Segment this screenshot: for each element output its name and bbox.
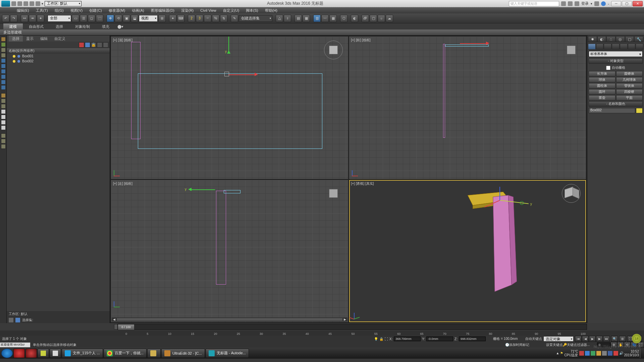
material-editor-button[interactable]: ◐: [351, 15, 358, 22]
sub-geometry[interactable]: [588, 44, 596, 50]
maximize-button[interactable]: ▢: [622, 1, 632, 6]
tray-icon[interactable]: [596, 351, 601, 356]
workspace-dropdown[interactable]: 工作区: 默认: [45, 1, 82, 6]
obj-geosphere[interactable]: 几何球体: [616, 77, 643, 82]
tray-expand-icon[interactable]: ▲: [556, 351, 559, 355]
help-search-input[interactable]: 键入关键字或短语: [509, 1, 559, 6]
unlink-button[interactable]: ⚮: [29, 15, 36, 22]
pivot-button[interactable]: ⊞: [158, 15, 166, 22]
help-icon[interactable]: [601, 1, 606, 6]
lt-icon[interactable]: [1, 37, 6, 42]
infocenter-icon[interactable]: [561, 1, 566, 6]
list-item[interactable]: Box001: [7, 54, 110, 59]
menu-tools[interactable]: 工具(T): [33, 7, 51, 14]
lt-icon[interactable]: [1, 99, 6, 103]
visibility-icon[interactable]: [13, 55, 15, 58]
tray-icon[interactable]: [613, 351, 618, 356]
lt-icon[interactable]: [1, 93, 6, 98]
prev-frame[interactable]: ◀: [582, 336, 589, 342]
se-tab-display[interactable]: 显示: [23, 36, 37, 42]
start-button[interactable]: [1, 349, 13, 358]
obj-cone[interactable]: 圆锥体: [616, 71, 643, 76]
menu-script[interactable]: 脚本(S): [243, 7, 262, 14]
goto-end[interactable]: ⏭: [603, 336, 610, 342]
layers-button[interactable]: ▤: [294, 15, 302, 22]
obj-tube[interactable]: 管状体: [616, 83, 643, 88]
lt-icon[interactable]: [1, 120, 6, 125]
qat-open-icon[interactable]: [17, 1, 22, 6]
time-slider[interactable]: 0 / 100: [118, 324, 135, 330]
system-tray[interactable]: ▲ ⚑ 71°C CPU温度 🔊 10:52 2019/10/3: [556, 349, 643, 358]
obj-sphere[interactable]: 球体: [589, 77, 615, 82]
snap-2d-icon[interactable]: 2: [188, 15, 195, 22]
viewcube[interactable]: [561, 40, 581, 60]
select-button[interactable]: ▭: [72, 15, 79, 22]
menu-edit[interactable]: 编辑(E): [13, 7, 33, 14]
object-name-input[interactable]: Box002: [589, 108, 635, 113]
ribbon-tab-populate[interactable]: 填充: [96, 23, 115, 30]
rollout-objtype[interactable]: - 对象类型: [589, 58, 643, 64]
viewport-label[interactable]: [+] [前] [线框]: [351, 38, 371, 43]
mirror-button[interactable]: ⧋: [276, 15, 283, 22]
app-menu-icon[interactable]: [1, 1, 10, 7]
lt-icon[interactable]: [1, 53, 6, 58]
category-dropdown[interactable]: 标准基本体▾: [589, 51, 643, 57]
clock-time[interactable]: 10:52: [624, 350, 639, 353]
menu-animation[interactable]: 动画(A): [128, 7, 148, 14]
viewport-label[interactable]: [+] [透视] [真实]: [351, 181, 374, 186]
se-icon[interactable]: [97, 42, 102, 48]
star-icon[interactable]: [568, 1, 573, 6]
render-button[interactable]: ☼: [378, 15, 385, 22]
rotate-button[interactable]: ⟲: [115, 15, 122, 22]
viewcube[interactable]: [323, 183, 343, 203]
lock-icon[interactable]: 🔒: [379, 337, 383, 341]
lt-icon[interactable]: [1, 109, 6, 114]
show-desktop[interactable]: [640, 349, 643, 358]
cmd-tab-motion[interactable]: ◎: [616, 36, 625, 42]
ribbon-panel-poly[interactable]: 多边形建模: [0, 29, 644, 36]
menu-customize[interactable]: 自定义(U): [220, 7, 243, 14]
menu-rendering[interactable]: 渲染(R): [178, 7, 197, 14]
viewnav-zoom[interactable]: 🔍: [611, 336, 618, 342]
dope-sheet-button[interactable]: ▦: [329, 15, 337, 22]
lt-icon[interactable]: [1, 42, 6, 47]
close-button[interactable]: ✕: [633, 1, 643, 6]
current-frame[interactable]: 0: [597, 343, 610, 347]
viewcube[interactable]: [561, 183, 581, 203]
viewcube[interactable]: [323, 40, 343, 60]
curve-editor-button[interactable]: 〰: [321, 15, 329, 22]
obj-torus[interactable]: 圆环: [589, 89, 615, 95]
taskbar-item[interactable]: [147, 349, 161, 358]
qat-new-icon[interactable]: [11, 1, 16, 6]
se-config-icon[interactable]: [85, 42, 90, 48]
viewport-top[interactable]: [+] [顶] [线框] y: [111, 37, 348, 179]
cmd-tab-create[interactable]: ✹: [588, 36, 597, 42]
menu-civilview[interactable]: Civil View: [197, 8, 219, 13]
time-ruler[interactable]: 0510152025303540455055606570758085909510…: [124, 331, 587, 336]
sub-helpers[interactable]: [620, 44, 628, 50]
lt-icon[interactable]: [1, 69, 6, 74]
se-icon[interactable]: [15, 318, 20, 322]
manip-button[interactable]: ✦: [169, 15, 176, 22]
user-icon[interactable]: [575, 1, 579, 6]
coord-z[interactable]: 998.832mm: [459, 337, 486, 341]
setkey-button[interactable]: 设置关键点: [546, 343, 563, 347]
window-cross-button[interactable]: ⬚: [96, 15, 103, 22]
cmd-tab-display[interactable]: ▢: [625, 36, 634, 42]
ribbon-tab-paint[interactable]: 对象绘制: [69, 23, 96, 30]
angle-snap-button[interactable]: ⌔: [204, 15, 211, 22]
taskbar-item[interactable]: UltraEdit-32 - [C...: [161, 349, 205, 358]
lt-icon[interactable]: [1, 144, 6, 149]
obj-cylinder[interactable]: 圆柱体: [589, 83, 615, 88]
minimize-button[interactable]: ─: [611, 1, 621, 6]
snap-3d-icon[interactable]: 3: [196, 15, 203, 22]
viewnav-zoomall[interactable]: ⊞: [619, 336, 626, 342]
taskbar-pin[interactable]: [13, 349, 25, 358]
se-tab-edit[interactable]: 编辑: [37, 36, 51, 42]
menu-modifiers[interactable]: 修改器(M): [105, 7, 129, 14]
viewport-label[interactable]: [+] [左] [线框]: [113, 181, 132, 186]
spinner-snap-button[interactable]: ⇅: [220, 15, 227, 22]
taskbar-pin[interactable]: [25, 349, 37, 358]
coord-x[interactable]: 368.799mm: [394, 337, 421, 341]
undo-button[interactable]: ↶: [2, 15, 9, 22]
